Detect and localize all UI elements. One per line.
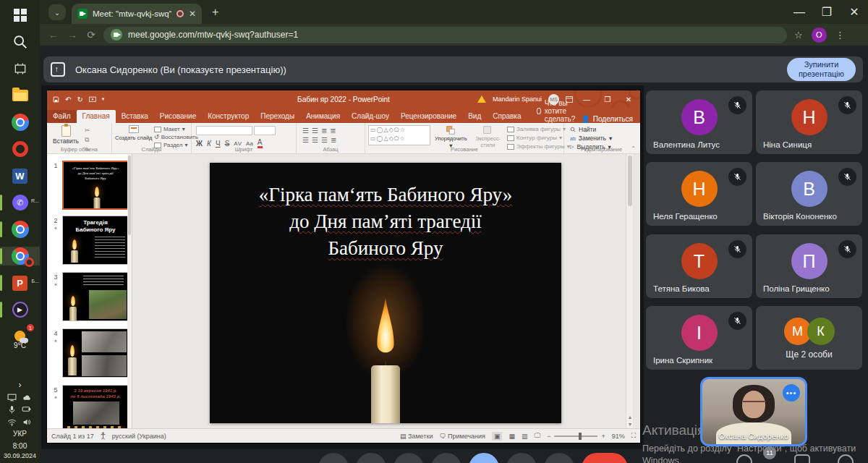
powerpoint-button[interactable]: P Б... [0, 273, 40, 292]
profile-avatar[interactable]: O [812, 27, 827, 43]
slideshow-view-icon[interactable]: 🖵 [534, 432, 540, 440]
weather-widget[interactable]: 1 9°C [0, 327, 40, 353]
window-restore-button[interactable]: ❐ [813, 0, 841, 24]
normal-view-icon[interactable]: ▣ [492, 432, 503, 441]
slide-thumbnail-5[interactable]: З 19 вересня 1941 р. по 6 листопада 1943… [62, 385, 129, 428]
list-buttons-row[interactable]: ☰☰≣≣ [302, 126, 339, 135]
reactions-control-button[interactable] [431, 453, 461, 463]
new-tab-button[interactable]: + [212, 6, 218, 19]
tab-file[interactable]: Файл [47, 110, 77, 123]
tab-home[interactable]: Главная [77, 110, 116, 123]
task-view-button[interactable] [0, 59, 40, 78]
back-button[interactable]: ← [44, 29, 63, 41]
participant-tile[interactable]: В Вікторія Кононенко [756, 162, 862, 226]
tab-animations[interactable]: Анимация [300, 110, 346, 123]
microphone-icon[interactable] [8, 405, 16, 415]
ribbon-collapse-icon[interactable]: ⌃ [631, 145, 636, 152]
word-button[interactable]: W [0, 166, 40, 185]
tab-view[interactable]: Вид [462, 110, 487, 123]
participant-tile[interactable]: Н Неля Геращенко [646, 162, 752, 226]
display-icon[interactable] [7, 394, 17, 402]
cut-icon[interactable]: ✂ [85, 127, 90, 134]
chrome-opera-group-button[interactable] [0, 247, 40, 266]
zoom-slider[interactable]: − + [547, 433, 605, 440]
qat-more-icon[interactable]: ▾ [102, 96, 105, 102]
zoom-level[interactable]: 91% [612, 433, 625, 440]
address-bar[interactable]: meet.google.com/mtw-qvkj-swq?authuser=1 [103, 27, 787, 43]
window-minimize-button[interactable]: — [786, 0, 813, 24]
participant-tile[interactable]: Т Тетяна Бикова [646, 234, 752, 298]
find-button[interactable]: Найти [570, 126, 612, 133]
account-avatar[interactable]: MS [548, 94, 559, 105]
tab-draw[interactable]: Рисование [154, 110, 202, 123]
font-size-select[interactable] [254, 126, 276, 135]
speaker-icon[interactable] [22, 418, 32, 426]
slide-sorter-view-icon[interactable]: ▦ [509, 433, 515, 440]
zoom-in-icon[interactable]: + [601, 433, 605, 440]
zoom-out-icon[interactable]: − [547, 433, 550, 440]
bookmark-star-icon[interactable]: ☆ [794, 30, 803, 41]
mic-control-button[interactable] [318, 453, 349, 463]
share-button[interactable]: 👤Поделиться [581, 115, 640, 123]
slide-thumbnail-2[interactable]: Трагедія Бабиного Яру [62, 216, 129, 265]
participant-tile[interactable]: Н Ніна Синиця [756, 90, 862, 154]
slide-thumbnail-3[interactable] [62, 272, 129, 321]
current-slide[interactable]: «Гірка пам‘ять Бабиного Яру» до Дня пам’… [210, 163, 561, 423]
tab-slideshow[interactable]: Слайд-шоу [346, 110, 395, 123]
tab-transitions[interactable]: Переходы [255, 110, 300, 123]
tab-insert[interactable]: Вставка [116, 110, 154, 123]
file-explorer-button[interactable] [0, 86, 40, 105]
stop-presenting-button[interactable]: Зупинити презентацію [787, 58, 856, 81]
present-control-button[interactable] [469, 453, 499, 463]
next-slide-arrow-icon[interactable]: ▼ [626, 422, 634, 427]
participant-tile[interactable]: П Поліна Грищенко [756, 234, 862, 298]
reload-button[interactable]: ⟳ [82, 29, 101, 41]
previous-slide-arrow-icon[interactable]: ▲ [626, 415, 634, 420]
shapes-gallery[interactable]: ▭◯△◇⬠☆ ▭◯△◇⬠☆ [368, 125, 430, 145]
media-player-button[interactable]: ▶ [0, 300, 40, 319]
cloud-icon[interactable] [22, 394, 32, 402]
others-tile[interactable]: М К Ще 2 особи [756, 306, 862, 370]
participant-tile[interactable]: В Валентина Литус [646, 90, 752, 154]
clock[interactable]: 8:00 30.09.2024 [4, 441, 36, 460]
account-name[interactable]: Mandarin Spanui [493, 95, 542, 103]
ribbon-options-icon[interactable] [566, 96, 573, 103]
save-icon[interactable] [53, 96, 59, 103]
slide-scrollbar[interactable]: ▲ ▼ [626, 154, 633, 428]
end-call-button[interactable] [582, 453, 628, 463]
replace-button[interactable]: abЗаменить ▾ [570, 135, 612, 142]
chrome-button-2[interactable] [0, 220, 40, 239]
language-status[interactable]: русский (Украина) [112, 433, 166, 440]
window-close-button[interactable]: ✕ [841, 0, 868, 24]
camera-control-button[interactable] [356, 453, 386, 463]
notes-button[interactable]: ▤ Заметки [400, 433, 433, 440]
redo-icon[interactable]: ↻ [77, 95, 82, 103]
comments-button[interactable]: 🗨 Примечания [439, 433, 485, 440]
language-indicator[interactable]: УКР [13, 430, 27, 438]
viber-button[interactable]: ✆ R... [0, 193, 40, 212]
shape-fill-button[interactable]: Заливка фигуры▾ [507, 126, 570, 132]
tab-close-icon[interactable]: ✕ [189, 9, 196, 19]
new-slide-button[interactable]: Создать слайд [115, 125, 152, 141]
participant-tile[interactable]: І Ірина Скрипник [646, 306, 752, 370]
tab-search-button[interactable]: ⌄ [48, 4, 66, 20]
more-options-icon[interactable]: ••• [783, 384, 800, 402]
tab-help[interactable]: Справка [487, 110, 527, 123]
chat-panel-icon[interactable] [794, 454, 810, 463]
opera-button[interactable] [0, 140, 40, 158]
taskbar-search-button[interactable] [0, 33, 40, 51]
font-name-select[interactable] [196, 126, 252, 135]
wifi-icon[interactable] [7, 418, 17, 426]
raise-hand-control-button[interactable] [506, 453, 537, 463]
reading-view-icon[interactable]: ▥ [522, 433, 528, 440]
paste-button[interactable]: Вставить [53, 125, 79, 145]
ppt-close-button[interactable]: ✕ [621, 95, 636, 103]
self-view-tile[interactable]: ••• Оксана Сидоренко [700, 377, 807, 446]
more-controls-button[interactable] [544, 453, 574, 463]
chrome-button[interactable] [0, 113, 40, 132]
tab-review[interactable]: Рецензирование [395, 110, 462, 123]
thumbnail-scrollbar[interactable] [127, 154, 132, 428]
tray-expand-chevron[interactable]: › [18, 380, 21, 390]
forward-button[interactable]: → [63, 29, 82, 41]
projector-icon[interactable] [22, 405, 32, 413]
